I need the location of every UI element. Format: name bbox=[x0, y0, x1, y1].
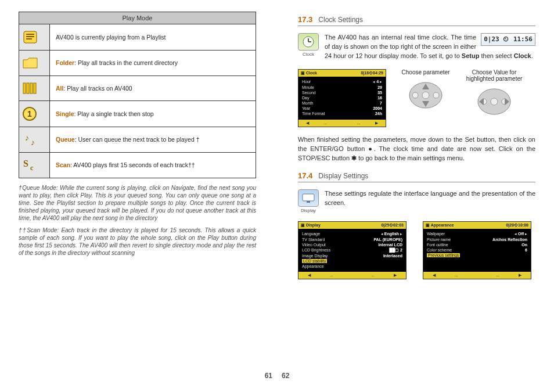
all-icon bbox=[19, 75, 50, 101]
play-mode-header: Play Mode bbox=[19, 12, 256, 24]
appearance-settings-screenshot: ▣ Appearance0|20⏲10:00 Wallpaper◂ Off ▸P… bbox=[423, 221, 531, 279]
clock-readout: 0|23 ⏲ 11:56 bbox=[481, 33, 535, 46]
display-settings-screenshot: ▣ Display0|25⏲02:03 Language◂ English ▸T… bbox=[298, 221, 406, 279]
single-icon: 1 bbox=[19, 101, 50, 127]
svg-rect-30 bbox=[307, 201, 310, 203]
playlist-icon bbox=[19, 24, 50, 51]
svg-point-21 bbox=[433, 92, 439, 98]
queue-footnote: †Queue Mode: While the current song is p… bbox=[19, 184, 256, 222]
svg-point-22 bbox=[422, 92, 429, 99]
svg-rect-2 bbox=[26, 36, 34, 37]
queue-icon: ♪♪ bbox=[19, 127, 50, 153]
svg-text:♪: ♪ bbox=[31, 138, 35, 147]
svg-text:1: 1 bbox=[27, 109, 32, 118]
joypad-value: Choose Value for highlighted parameter bbox=[465, 69, 523, 119]
svg-text:S: S bbox=[23, 159, 28, 168]
queue-desc: Queue: User can queue the next track to … bbox=[50, 127, 256, 153]
play-mode-table: Play Mode AV400 is currently playing fro… bbox=[19, 12, 256, 178]
scan-icon: Sc bbox=[19, 153, 50, 178]
clock-finish-text: When finished setting the parameters, mo… bbox=[298, 135, 535, 163]
right-page: 17.3 Clock Settings Clock 0|23 ⏲ 11:56 T… bbox=[277, 0, 554, 372]
svg-rect-7 bbox=[34, 83, 36, 93]
joypad-param: Choose parameter bbox=[397, 69, 455, 113]
section-17-3: 17.3 Clock Settings bbox=[298, 15, 535, 26]
all-desc: All: Play all tracks on AV400 bbox=[50, 75, 256, 101]
svg-point-20 bbox=[412, 92, 418, 98]
single-desc: Single: Play a single track then stop bbox=[50, 101, 256, 127]
svg-point-28 bbox=[491, 98, 498, 105]
clock-app-icon: Clock bbox=[298, 33, 319, 61]
display-app-icon: Display bbox=[298, 189, 319, 213]
folder-desc: Folder: Play all tracks in the current d… bbox=[50, 51, 256, 76]
scan-footnote: ††Scan Mode: Each track in the directory… bbox=[19, 226, 256, 257]
clock-settings-screenshot: ▣ Clock0|18⏲04:29 Hour◂ 4 ▸Minute 29 Sec… bbox=[298, 69, 386, 127]
clock-intro-text: 0|23 ⏲ 11:56 The AV400 has an internal r… bbox=[325, 33, 535, 61]
scan-desc: Scan: AV400 plays first 15 seconds of ea… bbox=[50, 153, 256, 178]
left-page: Play Mode AV400 is currently playing fro… bbox=[0, 0, 277, 372]
playlist-desc: AV400 is currently playing from a Playli… bbox=[50, 24, 256, 51]
svg-rect-3 bbox=[26, 38, 32, 39]
page-numbers: 6162 bbox=[0, 372, 554, 380]
section-17-4: 17.4 Display Settings bbox=[298, 171, 535, 182]
svg-rect-1 bbox=[26, 34, 34, 35]
svg-rect-5 bbox=[27, 83, 29, 93]
folder-icon bbox=[19, 51, 50, 76]
svg-rect-4 bbox=[23, 83, 26, 93]
svg-text:♪: ♪ bbox=[25, 133, 29, 142]
svg-text:c: c bbox=[30, 164, 34, 172]
display-intro-text: These settings regulate the interface la… bbox=[325, 189, 535, 213]
svg-rect-6 bbox=[30, 83, 33, 93]
svg-rect-29 bbox=[303, 194, 314, 201]
